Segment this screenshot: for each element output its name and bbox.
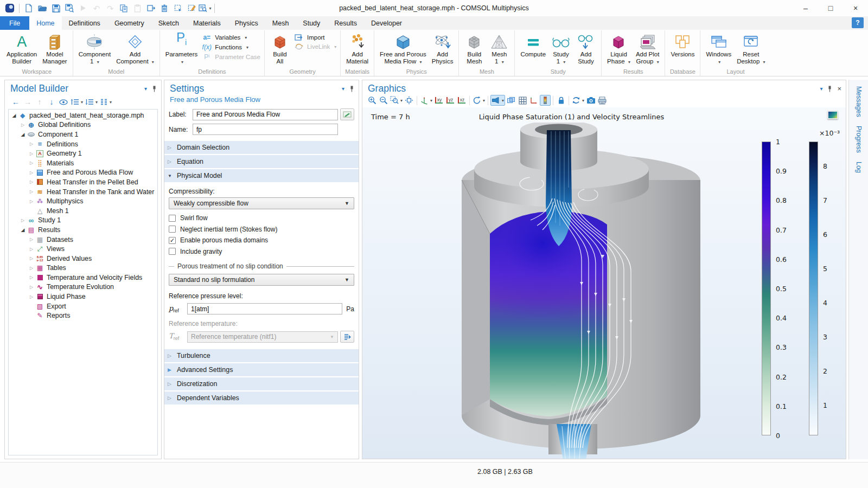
clear-selection-icon[interactable]	[185, 2, 198, 15]
tree-item-definitions[interactable]: ▷≡Definitions	[9, 139, 157, 149]
find-icon[interactable]: ▾	[199, 2, 212, 15]
add-physics-button[interactable]: AddPhysics	[429, 30, 456, 65]
expand-arrow-icon[interactable]: ▷	[28, 266, 35, 271]
expand-arrow-icon[interactable]: ▷	[28, 189, 35, 194]
import-button[interactable]: Import	[293, 34, 336, 41]
print-icon[interactable]	[597, 95, 608, 106]
expand-arrow-icon[interactable]: ▷	[28, 237, 35, 242]
versions-button[interactable]: Versions	[668, 30, 697, 65]
compressibility-dropdown[interactable]: Weakly compressible flow ▼	[169, 197, 354, 209]
rename-button[interactable]	[340, 108, 354, 120]
expand-all-icon[interactable]: ▾	[70, 97, 84, 107]
move-up-icon[interactable]: ↑	[34, 97, 45, 107]
tree-item-reports[interactable]: ✎Reports	[9, 311, 157, 320]
paste-icon[interactable]	[131, 2, 144, 15]
checkbox-icon[interactable]	[169, 215, 176, 222]
tree-item-geometry-1[interactable]: ▷AGeometry 1	[9, 149, 157, 158]
panel-menu-icon[interactable]: ▾	[144, 86, 147, 92]
section-physical-model[interactable]: ▼ Physical Model	[164, 169, 359, 182]
tree-item-derived-values[interactable]: ▷8.85e-12Derived Values	[9, 254, 157, 264]
checkbox-swirl-flow[interactable]: Swirl flow	[169, 213, 354, 224]
copy-icon[interactable]	[117, 2, 130, 15]
add-study-button[interactable]: AddStudy	[573, 30, 598, 65]
tab-sketch[interactable]: Sketch	[151, 16, 186, 30]
tree-item-free-and-porous-media-flow[interactable]: ▷Free and Porous Media Flow	[9, 168, 157, 178]
section-advanced-settings[interactable]: ▶ Advanced Settings	[164, 363, 359, 376]
expand-arrow-icon[interactable]: ▷	[19, 123, 27, 127]
view-axes-icon[interactable]	[528, 95, 539, 106]
build-mesh-button[interactable]: BuildMesh	[462, 30, 487, 65]
tab-mesh[interactable]: Mesh	[265, 16, 296, 30]
section-equation[interactable]: ▷ Equation	[164, 155, 359, 168]
ref-pressure-field[interactable]	[187, 303, 342, 314]
parameters-button[interactable]: PiParameters▾	[163, 30, 200, 66]
tree-item-mesh-1[interactable]: △Mesh 1	[9, 206, 157, 216]
tab-home[interactable]: Home	[29, 16, 61, 30]
expand-arrow-icon[interactable]: ▷	[28, 142, 35, 146]
tab-definitions[interactable]: Definitions	[62, 16, 107, 30]
tab-results[interactable]: Results	[327, 16, 364, 30]
tree-item-materials[interactable]: ▷⣿Materials	[9, 158, 157, 168]
open-file-icon[interactable]	[36, 2, 49, 15]
new-file-icon[interactable]	[22, 2, 35, 15]
tree-item-study-1[interactable]: ▷∞Study 1	[9, 216, 157, 226]
section-discretization[interactable]: ▷ Discretization	[164, 377, 359, 390]
tree-item-multiphysics[interactable]: ▷⁂Multiphysics	[9, 196, 157, 206]
panel-menu-icon[interactable]: ▾	[820, 86, 822, 92]
variables-button[interactable]: a=Variables▾	[201, 34, 260, 41]
tab-materials[interactable]: Materials	[186, 16, 228, 30]
move-down-icon[interactable]: ↓	[46, 97, 57, 107]
select-box-icon[interactable]	[171, 2, 184, 15]
expand-arrow-icon[interactable]: ▷	[28, 160, 35, 165]
label-field[interactable]	[193, 109, 338, 120]
delete-icon[interactable]	[158, 2, 171, 15]
pin-icon[interactable]	[152, 86, 157, 92]
go-to-view-icon[interactable]: ▾	[419, 95, 433, 106]
checkbox-icon[interactable]	[169, 226, 176, 233]
collapse-all-icon[interactable]: ▾	[85, 97, 98, 107]
expand-arrow-icon[interactable]: ▷	[28, 247, 35, 252]
checkbox-enable-porous-media-domains[interactable]: ✓Enable porous media domains	[169, 235, 354, 246]
tree-item-heat-transfer-in-the-tank-and-water[interactable]: ▷≋Heat Transfer in the Tank and Water	[9, 187, 157, 197]
free-and-porous-media-flow-button[interactable]: Free and PorousMedia Flow ▾	[377, 30, 429, 66]
tree-item-liquid-phase[interactable]: ▷Liquid Phase	[9, 292, 157, 301]
pin-icon[interactable]	[349, 86, 354, 92]
undo-icon[interactable]: ↶	[90, 2, 103, 15]
checkbox-checked-icon[interactable]: ✓	[169, 237, 176, 244]
tree-item-temperature-evolution[interactable]: ▷∿Temperature Evolution	[9, 282, 157, 292]
update-plot-icon[interactable]: ▾	[571, 95, 585, 106]
rotate-view-icon[interactable]: ▾	[472, 95, 486, 106]
expand-arrow-icon[interactable]: ▷	[28, 151, 35, 156]
component-1-button[interactable]: Component1 ▾	[76, 30, 113, 66]
expand-arrow-icon[interactable]: ▷	[28, 275, 35, 280]
pin-icon[interactable]	[827, 86, 832, 92]
parameter-case-button[interactable]: PiParameter Case	[201, 53, 260, 61]
tree-item-results[interactable]: ◢▤Results	[9, 225, 157, 235]
study-1-button[interactable]: Study1 ▾	[548, 30, 573, 66]
zoom-in-icon[interactable]	[367, 95, 378, 106]
panel-menu-icon[interactable]: ▾	[342, 86, 344, 92]
side-tab-log[interactable]: Log	[855, 162, 863, 173]
model-tree-view-icon[interactable]: ▾	[99, 97, 112, 107]
plot-thumbnail-icon[interactable]	[827, 111, 838, 119]
minimize-button[interactable]: –	[793, 0, 818, 16]
expand-arrow-icon[interactable]: ▷	[28, 294, 35, 299]
tree-item-tables[interactable]: ▷▦Tables	[9, 264, 157, 273]
forward-icon[interactable]: →	[22, 97, 33, 107]
expand-arrow-icon[interactable]: ▷	[28, 256, 35, 261]
go-to-source-button[interactable]	[340, 331, 354, 343]
zoom-extents-icon[interactable]	[404, 95, 414, 106]
add-material-button[interactable]: AddMaterial	[343, 30, 371, 65]
transparency-icon[interactable]	[506, 95, 516, 106]
expand-arrow-icon[interactable]: ▷	[28, 179, 35, 184]
lock-icon[interactable]	[556, 95, 566, 106]
maximize-button[interactable]: □	[818, 0, 843, 16]
view-yz-icon[interactable]: yz	[445, 95, 456, 106]
collapse-arrow-icon[interactable]: ◢	[19, 227, 27, 233]
run-icon[interactable]	[76, 2, 90, 15]
tab-developer[interactable]: Developer	[364, 16, 409, 30]
plot-area[interactable]: Time = 7 h Liquid Phase Saturation (1) a…	[362, 107, 846, 459]
grid-icon[interactable]	[517, 95, 528, 106]
build-all-button[interactable]: BuildAll	[267, 30, 292, 65]
color-legend-icon[interactable]	[540, 95, 551, 106]
